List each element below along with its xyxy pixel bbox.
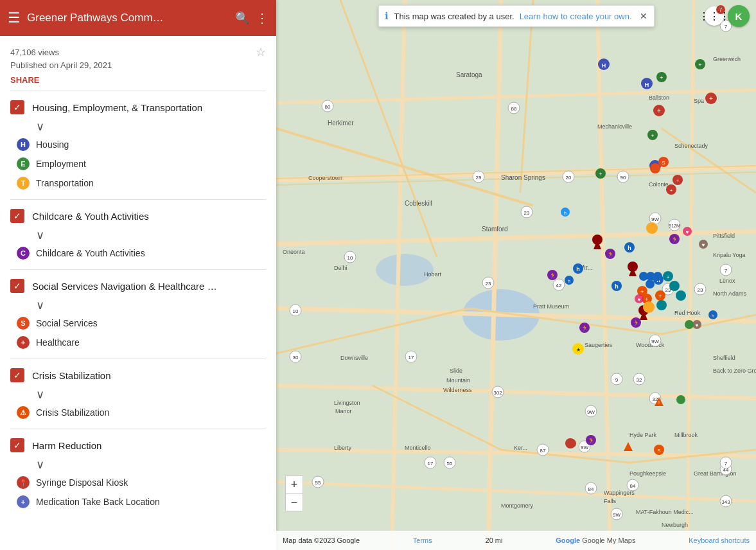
svg-text:Mountain: Mountain [446,377,470,384]
notif-text: This map was created by a user. [394,12,514,21]
svg-text:+: + [709,95,713,102]
subcategory-list-5: 📍 Syringe Disposal Kiosk + Medication Ta… [0,473,276,518]
subcategory-crisis[interactable]: ⚠ Crisis Stabilization [10,403,266,422]
map-bottom-bar: Map data ©2023 Google Terms 20 mi Google… [276,531,756,550]
svg-text:h: h [615,283,619,290]
svg-point-228 [567,439,576,448]
syringe-icon: 📍 [17,476,30,489]
chevron-down-icon-3[interactable]: ∨ [32,297,48,314]
more-options-icon[interactable]: ⋮ [256,10,268,26]
svg-text:9W: 9W [651,217,659,222]
svg-text:Schenectady: Schenectady [674,143,708,149]
checkbox-housing-employment[interactable]: ✓ [10,100,24,114]
category-housing-employment-transportation: ✓ Housing, Employment, & Transportation … [0,91,276,199]
subcategory-transportation[interactable]: T Transportation [10,173,266,193]
svg-text:Wilderness: Wilderness [443,387,472,393]
svg-text:🏃: 🏃 [633,319,640,327]
checkmark-icon-2: ✓ [13,211,21,221]
svg-point-230 [685,320,694,329]
notification-bar: ℹ This map was created by a user. Learn … [378,5,654,27]
svg-text:Saratoga: Saratoga [456,71,482,78]
subcategory-medication-takeback[interactable]: + Medication Take Back Location [10,492,266,511]
svg-text:♥: ♥ [686,229,689,235]
terms-link[interactable]: Terms [413,537,432,544]
svg-point-216 [650,163,660,173]
svg-text:88: 88 [511,106,517,112]
svg-text:Delhi: Delhi [334,265,347,271]
share-button[interactable]: SHARE [10,75,40,85]
svg-text:+: + [651,132,654,139]
svg-text:Hyde Park: Hyde Park [629,432,657,438]
svg-point-207 [669,281,680,291]
chevron-down-icon-2[interactable]: ∨ [32,227,48,244]
svg-text:H: H [602,62,606,69]
svg-text:Monticello: Monticello [405,445,431,451]
svg-text:9W: 9W [581,445,588,450]
svg-text:Colonie: Colonie [649,181,669,188]
chevron-down-icon-1[interactable]: ∨ [32,118,48,135]
svg-text:Liberty: Liberty [334,445,352,451]
meta-section: 47,106 views ☆ Published on April 29, 20… [0,36,276,91]
chevron-down-icon-4[interactable]: ∨ [32,386,48,403]
expand-row-2: ∨ [0,227,276,244]
map-data-text: Map data ©2023 Google [283,537,360,544]
svg-rect-1 [276,0,756,550]
subcategory-childcare-youth[interactable]: C Childcare & Youth Activities [10,244,266,263]
svg-text:Sharon Springs: Sharon Springs [501,174,545,181]
category-harm-reduction: ✓ Harm Reduction ∨ 📍 Syringe Disposal Ki… [0,429,276,518]
svg-text:Ballston: Ballston [649,94,669,101]
svg-text:Downsville: Downsville [340,355,368,361]
svg-text:h: h [628,245,631,251]
svg-text:302: 302 [493,390,502,396]
notif-learn-link[interactable]: Learn how to create your own. [520,12,632,21]
svg-text:Lenox: Lenox [719,278,735,284]
medication-label: Medication Take Back Location [36,497,160,507]
published-date: Published on April 29, 2021 [10,60,266,70]
svg-text:Herkimer: Herkimer [328,120,354,127]
social-services-label: Social Services [36,318,98,328]
chevron-down-icon-5[interactable]: ∨ [32,456,48,473]
map-area[interactable]: Herkimer Saratoga Cooperstown Cobleskill… [276,0,756,550]
subcategory-employment[interactable]: E Employment [10,154,266,173]
checkmark-icon-5: ✓ [13,440,21,450]
housing-icon: H [17,138,30,151]
svg-text:S: S [662,160,665,166]
subcategory-housing[interactable]: H Housing [10,135,266,154]
svg-text:Newburgh: Newburgh [662,522,688,528]
checkbox-social-services[interactable]: ✓ [10,279,24,293]
transportation-icon: T [17,177,30,190]
svg-text:87: 87 [540,448,546,454]
svg-text:Back to Zero Group (cli...: Back to Zero Group (cli... [713,368,756,374]
checkbox-crisis[interactable]: ✓ [10,368,24,382]
social-services-icon: S [17,317,30,330]
svg-text:Stamford: Stamford [482,226,508,233]
user-avatar[interactable]: K [728,5,750,27]
svg-text:7: 7 [725,461,728,466]
svg-point-194 [643,301,655,313]
svg-text:Slide: Slide [450,368,462,374]
keyboard-shortcuts-link[interactable]: Keyboard shortcuts [689,537,750,544]
svg-text:🏃: 🏃 [607,251,615,258]
svg-text:84: 84 [588,486,594,492]
subcategory-healthcare[interactable]: + Healthcare [10,333,266,352]
crisis-label: Crisis Stabilization [36,407,109,418]
zoom-out-button[interactable]: − [285,493,303,511]
svg-text:h: h [576,266,580,272]
checkbox-childcare[interactable]: ✓ [10,209,24,223]
category-title-4: Crisis Stabilization [32,370,266,381]
grid-icon[interactable]: ⋮⋮⋮ 7 [705,6,724,26]
close-icon[interactable]: ✕ [640,11,647,21]
svg-text:17: 17 [428,461,434,466]
svg-text:🏃: 🏃 [581,324,589,332]
svg-point-236 [646,279,655,288]
search-icon[interactable]: 🔍 [235,11,249,25]
svg-text:🏃: 🏃 [671,236,679,244]
star-icon[interactable]: ☆ [256,45,266,59]
category-title-1: Housing, Employment, & Transportation [32,102,266,113]
subcategory-syringe-disposal[interactable]: 📍 Syringe Disposal Kiosk [10,473,266,492]
zoom-in-button[interactable]: + [285,475,303,493]
subcategory-social-services[interactable]: S Social Services [10,314,266,333]
checkbox-harm-reduction[interactable]: ✓ [10,438,24,452]
employment-icon: E [17,157,30,170]
menu-icon[interactable]: ☰ [8,10,21,26]
